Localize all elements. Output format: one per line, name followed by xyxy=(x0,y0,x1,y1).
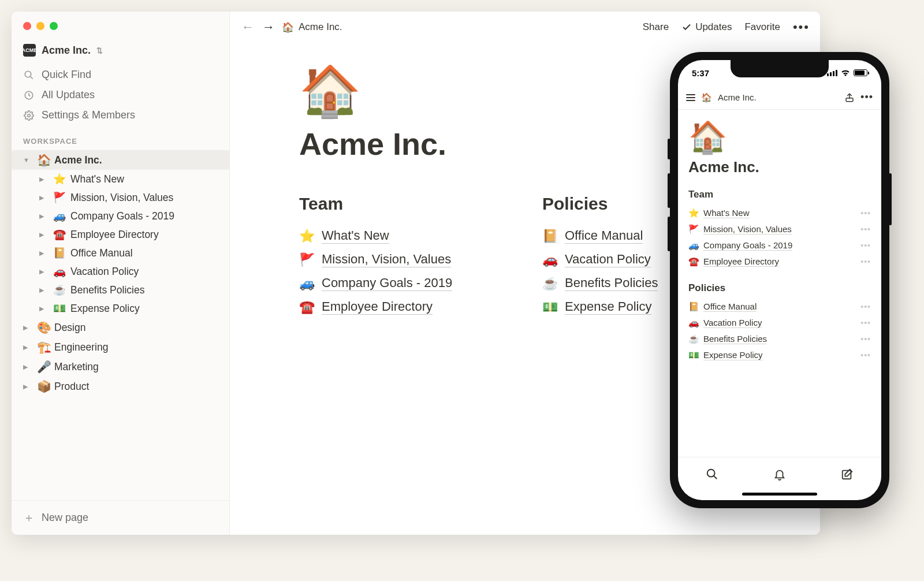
quick-find-button[interactable]: Quick Find xyxy=(12,65,229,85)
new-page-button[interactable]: ＋ New page xyxy=(12,500,229,535)
team-link[interactable]: 🚩 Mission, Vision, Values xyxy=(299,248,508,271)
tree-child[interactable]: ▶ 🚗 Vacation Policy xyxy=(12,262,229,281)
share-icon[interactable] xyxy=(844,92,855,103)
fullscreen-window-button[interactable] xyxy=(50,22,58,30)
chevron-right-icon[interactable]: ▶ xyxy=(39,268,49,275)
link-label: Mission, Vision, Values xyxy=(322,252,451,267)
hamburger-menu-button[interactable] xyxy=(686,94,695,101)
tab-search-button[interactable] xyxy=(706,468,718,481)
mobile-team-link[interactable]: ☎️ Employee Directory ••• xyxy=(688,254,871,270)
row-more-button[interactable]: ••• xyxy=(860,318,871,327)
chevron-right-icon[interactable]: ▶ xyxy=(39,176,49,183)
chevron-right-icon[interactable]: ▶ xyxy=(39,231,49,239)
row-more-button[interactable]: ••• xyxy=(860,351,871,360)
mobile-team-heading[interactable]: Team xyxy=(688,189,871,200)
tab-notifications-button[interactable] xyxy=(773,468,786,481)
chevron-right-icon[interactable]: ▶ xyxy=(23,344,32,351)
tree-child[interactable]: ▶ 💵 Expense Policy xyxy=(12,299,229,318)
favorite-button[interactable]: Favorite xyxy=(744,21,780,33)
link-label: Benefits Policies xyxy=(703,334,767,344)
mobile-policies-heading[interactable]: Policies xyxy=(688,282,871,294)
tree-child[interactable]: ▶ 🚩 Mission, Vision, Values xyxy=(12,188,229,207)
tree-label: Office Manual xyxy=(70,247,133,259)
link-label: Expense Policy xyxy=(703,350,763,360)
breadcrumb[interactable]: 🏠 Acme Inc. xyxy=(282,21,342,33)
mobile-policies-link[interactable]: 💵 Expense Policy ••• xyxy=(688,347,871,363)
tab-compose-button[interactable] xyxy=(841,468,854,481)
tree-child[interactable]: ▶ 📔 Office Manual xyxy=(12,244,229,262)
page-emoji-icon: ⭐ xyxy=(53,173,66,185)
page-emoji-icon: ⭐ xyxy=(299,229,315,244)
gear-icon xyxy=(23,110,35,121)
tree-child[interactable]: ▶ ☎️ Employee Directory xyxy=(12,225,229,244)
updates-button[interactable]: Updates xyxy=(681,21,732,33)
mobile-breadcrumb-icon: 🏠 xyxy=(701,92,712,103)
chevron-right-icon[interactable]: ▶ xyxy=(39,286,49,294)
workspace-switcher[interactable]: ACME Acme Inc. ⇅ xyxy=(12,40,229,65)
row-more-button[interactable]: ••• xyxy=(860,334,871,344)
home-indicator[interactable] xyxy=(742,493,817,496)
mobile-policies-link[interactable]: ☕ Benefits Policies ••• xyxy=(688,331,871,347)
tree-sibling[interactable]: ▶ 🎨 Design xyxy=(12,318,229,337)
phone-mute-switch xyxy=(668,139,670,159)
chevron-right-icon[interactable]: ▶ xyxy=(23,363,32,371)
mobile-team-link[interactable]: ⭐ What's New ••• xyxy=(688,205,871,221)
row-more-button[interactable]: ••• xyxy=(860,225,871,234)
minimize-window-button[interactable] xyxy=(36,22,44,30)
mobile-more-button[interactable]: ••• xyxy=(860,91,873,103)
link-label: Company Goals - 2019 xyxy=(703,240,792,251)
mobile-team-link[interactable]: 🚩 Mission, Vision, Values ••• xyxy=(688,221,871,237)
row-more-button[interactable]: ••• xyxy=(860,257,871,266)
team-link[interactable]: ☎️ Employee Directory xyxy=(299,295,508,319)
settings-members-button[interactable]: Settings & Members xyxy=(12,105,229,125)
chevron-right-icon[interactable]: ▶ xyxy=(39,305,49,312)
more-menu-button[interactable]: ••• xyxy=(793,20,810,35)
tree-child[interactable]: ▶ ☕ Benefits Policies xyxy=(12,281,229,299)
chevron-right-icon[interactable]: ▶ xyxy=(39,213,49,220)
row-more-button[interactable]: ••• xyxy=(860,208,871,218)
all-updates-button[interactable]: All Updates xyxy=(12,85,229,105)
tree-label: What's New xyxy=(70,173,124,185)
chevron-down-icon[interactable]: ▼ xyxy=(23,157,32,163)
tree-sibling[interactable]: ▶ 🏗️ Engineering xyxy=(12,337,229,357)
mobile-policies-link[interactable]: 📔 Office Manual ••• xyxy=(688,299,871,315)
mobile-breadcrumb-label[interactable]: Acme Inc. xyxy=(718,92,757,102)
topbar: ← → 🏠 Acme Inc. Share Updates Favorite •… xyxy=(230,12,820,43)
chevron-right-icon[interactable]: ▶ xyxy=(39,194,49,202)
page-emoji-icon: 🚗 xyxy=(53,265,66,278)
chevron-right-icon[interactable]: ▶ xyxy=(39,249,49,257)
tree-sibling[interactable]: ▶ 📦 Product xyxy=(12,377,229,396)
team-link[interactable]: ⭐ What's New xyxy=(299,224,508,248)
chevron-right-icon[interactable]: ▶ xyxy=(23,324,32,332)
page-emoji-icon: ☎️ xyxy=(53,228,66,241)
breadcrumb-icon: 🏠 xyxy=(282,21,294,33)
tree-label: Design xyxy=(54,322,85,334)
nav-back-button[interactable]: ← xyxy=(240,20,255,35)
row-more-button[interactable]: ••• xyxy=(860,241,871,250)
tree-root[interactable]: ▼ 🏠 Acme Inc. xyxy=(12,150,229,170)
tree-child[interactable]: ▶ ⭐ What's New xyxy=(12,170,229,188)
team-link[interactable]: 🚙 Company Goals - 2019 xyxy=(299,271,508,295)
team-heading[interactable]: Team xyxy=(299,194,508,214)
tree-label: Mission, Vision, Values xyxy=(70,192,173,204)
tree-child[interactable]: ▶ 🚙 Company Goals - 2019 xyxy=(12,207,229,225)
svg-point-5 xyxy=(707,469,714,476)
nav-forward-button[interactable]: → xyxy=(261,20,276,35)
close-window-button[interactable] xyxy=(23,22,31,30)
row-more-button[interactable]: ••• xyxy=(860,302,871,311)
mobile-page-title[interactable]: Acme Inc. xyxy=(688,158,871,176)
breadcrumb-label: Acme Inc. xyxy=(299,21,342,33)
page-emoji-icon: ☕ xyxy=(542,276,558,291)
tree-sibling[interactable]: ▶ 🎤 Marketing xyxy=(12,357,229,377)
chevron-right-icon[interactable]: ▶ xyxy=(23,383,32,390)
battery-icon xyxy=(854,69,867,76)
signal-icon xyxy=(827,70,837,76)
page-emoji-icon: ⭐ xyxy=(688,208,699,218)
mobile-policies-link[interactable]: 🚗 Vacation Policy ••• xyxy=(688,315,871,331)
mobile-team-link[interactable]: 🚙 Company Goals - 2019 ••• xyxy=(688,237,871,254)
page-emoji-icon: 📦 xyxy=(37,379,50,393)
share-button[interactable]: Share xyxy=(643,21,669,33)
mobile-page-icon[interactable]: 🏠 xyxy=(688,121,871,152)
chevron-updown-icon: ⇅ xyxy=(96,46,103,55)
tree-label: Benefits Policies xyxy=(70,284,144,296)
